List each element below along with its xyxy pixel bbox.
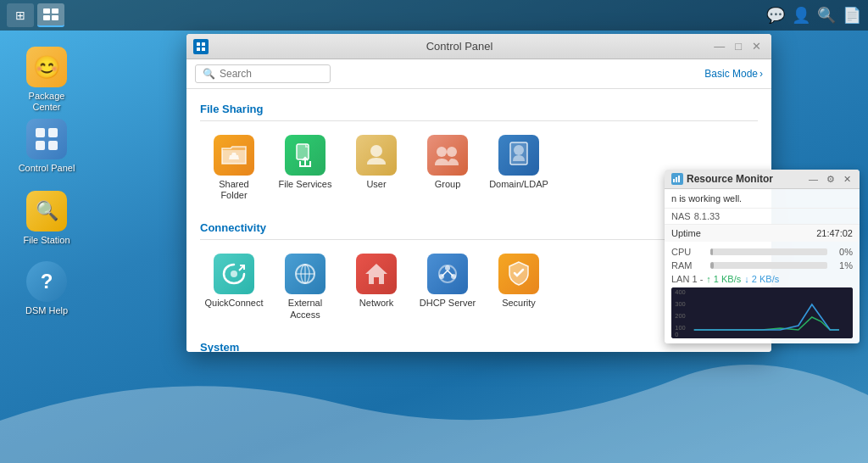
widget-settings-btn[interactable]: ⚙	[825, 174, 837, 185]
resource-widget: Resource Monitor — ⚙ ✕ n is working well…	[665, 170, 860, 343]
svg-rect-60	[671, 287, 853, 338]
svg-rect-2	[43, 15, 50, 20]
lan-up-value: ↑ 1 KB/s	[706, 274, 741, 284]
minimize-btn[interactable]: —	[710, 40, 728, 53]
svg-rect-57	[673, 179, 675, 182]
cpu-row: CPU 0%	[671, 247, 853, 257]
svg-rect-7	[48, 141, 58, 150]
lan-row: LAN 1 - ↑ 1 KB/s ↓ 2 KB/s	[671, 274, 853, 284]
security-label: Security	[502, 298, 536, 309]
lan-down-value: ↓ 2 KB/s	[744, 274, 779, 284]
svg-rect-6	[36, 141, 45, 150]
quickconnect-icon	[214, 254, 254, 294]
svg-rect-58	[676, 177, 677, 182]
ram-row: RAM 1%	[671, 260, 853, 271]
external-access-label: External Access	[275, 298, 336, 320]
chat-icon[interactable]: 💬	[766, 6, 785, 25]
desktop-icon-file-station-label: File Station	[23, 235, 70, 246]
resource-widget-icon	[671, 173, 683, 185]
security-icon	[498, 254, 539, 294]
taskbar-left: ⊞	[7, 3, 64, 27]
maximize-btn[interactable]: □	[732, 40, 745, 53]
domain-ldap-icon	[498, 135, 539, 176]
desktop-icon-dsm-help-label: DSM Help	[25, 305, 68, 316]
group-icon	[427, 135, 468, 176]
svg-point-15	[437, 147, 447, 157]
widget-minimize-btn[interactable]: —	[807, 174, 820, 185]
svg-point-18	[514, 145, 524, 155]
user-icon[interactable]: 👤	[792, 6, 810, 25]
cp-toolbar: 🔍 Basic Mode ›	[186, 59, 771, 89]
network-chart: 400 300 200 100 0	[671, 287, 853, 338]
search-input[interactable]	[220, 68, 321, 80]
cp-window-title: Control Panel	[209, 40, 710, 53]
cp-icon-dhcp-server[interactable]: DHCP Server	[414, 247, 481, 326]
network-label: Network	[359, 298, 393, 309]
cp-icon-security[interactable]: Security	[485, 247, 553, 326]
cp-icon-external-access[interactable]: External Access	[271, 247, 339, 326]
dhcp-server-label: DHCP Server	[420, 298, 476, 309]
menu-icon[interactable]: 📄	[843, 6, 861, 25]
svg-text:0: 0	[675, 331, 678, 338]
svg-rect-3	[52, 15, 58, 20]
basic-mode-link[interactable]: Basic Mode ›	[704, 68, 763, 80]
dhcp-server-icon	[427, 254, 468, 294]
svg-rect-8	[197, 42, 200, 46]
search-icon[interactable]: 🔍	[817, 6, 836, 25]
taskbar: ⊞ 💬 👤 🔍 📄	[0, 0, 868, 31]
user-label: User	[366, 179, 386, 190]
desktop-icon-control-panel[interactable]: Control Panel	[17, 119, 76, 174]
cp-icon-shared-folder[interactable]: SharedFolder	[200, 128, 268, 208]
control-panel-taskbar-button[interactable]	[37, 3, 64, 27]
svg-point-19	[231, 271, 237, 277]
svg-text:400: 400	[675, 288, 685, 296]
cp-logo	[193, 39, 209, 54]
widget-controls: — ⚙ ✕	[807, 174, 853, 185]
widget-uptime: Uptime 21:47:02	[665, 224, 860, 242]
close-btn[interactable]: ✕	[748, 40, 765, 53]
file-services-label: File Services	[279, 179, 332, 190]
cpu-bar-container	[710, 248, 827, 255]
chevron-right-icon: ›	[760, 68, 763, 80]
cp-icon-network[interactable]: Network	[342, 247, 410, 326]
domain-ldap-label: Domain/LDAP	[489, 179, 548, 190]
svg-rect-1	[52, 8, 58, 14]
svg-rect-10	[197, 47, 200, 51]
cp-icon-group[interactable]: Group	[414, 128, 481, 208]
desktop-icon-package-center[interactable]: 😊 Package Center	[17, 47, 76, 113]
svg-rect-9	[202, 42, 205, 46]
apps-grid-button[interactable]: ⊞	[7, 3, 34, 27]
svg-rect-11	[202, 47, 205, 51]
section-file-sharing: File Sharing	[200, 96, 758, 121]
widget-close-btn[interactable]: ✕	[842, 174, 853, 185]
ram-bar-container	[710, 262, 827, 269]
desktop-icon-dsm-help[interactable]: ? DSM Help	[17, 261, 76, 316]
cp-icon-quickconnect[interactable]: QuickConnect	[200, 247, 268, 326]
quickconnect-label: QuickConnect	[204, 298, 263, 309]
svg-text:300: 300	[675, 300, 685, 308]
desktop-icon-control-panel-label: Control Panel	[19, 163, 75, 174]
svg-point-16	[447, 147, 457, 157]
ram-bar	[710, 262, 714, 269]
widget-nas-info: NAS 8.1.33	[665, 209, 860, 224]
svg-point-26	[445, 265, 450, 271]
svg-rect-4	[36, 128, 45, 137]
search-icon: 🔍	[203, 68, 215, 80]
user-icon	[356, 135, 397, 176]
svg-rect-0	[43, 8, 50, 14]
resource-widget-title: Resource Monitor	[687, 173, 773, 185]
cp-icon-user[interactable]: User	[342, 128, 410, 208]
cp-icon-file-services[interactable]: File Services	[271, 128, 339, 208]
shared-folder-label: SharedFolder	[219, 179, 248, 201]
taskbar-right: 💬 👤 🔍 📄	[766, 6, 861, 25]
svg-point-14	[370, 145, 382, 157]
desktop-icon-file-station[interactable]: 🔍 File Station	[17, 191, 76, 246]
search-box[interactable]: 🔍	[195, 64, 331, 83]
svg-line-29	[448, 271, 453, 276]
svg-rect-59	[678, 176, 680, 182]
file-services-icon	[285, 135, 326, 176]
shared-folder-icon	[214, 135, 254, 176]
desktop-icon-package-center-label: Package Center	[17, 91, 76, 113]
cp-icon-domain-ldap[interactable]: Domain/LDAP	[485, 128, 553, 208]
svg-rect-5	[48, 128, 58, 137]
